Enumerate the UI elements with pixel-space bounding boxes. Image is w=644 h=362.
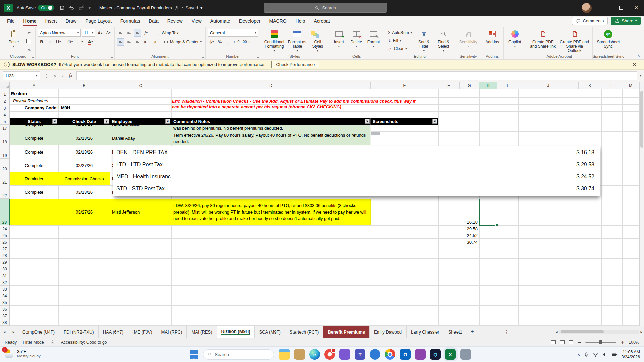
check-performance-button[interactable]: Check Performance	[271, 61, 319, 68]
create-pdf-share-outlook-button[interactable]: Create PDF and Share via Outlook	[559, 28, 590, 53]
ribbon-tab[interactable]: Draw	[61, 16, 81, 26]
cell-C17-employee[interactable]: Kate Bernstein	[110, 125, 171, 131]
row-header[interactable]: 37	[0, 312, 10, 319]
ribbon-tab[interactable]: Review	[163, 16, 187, 26]
ribbon-tab[interactable]: Acrobat	[309, 16, 334, 26]
row-header[interactable]: 38	[0, 319, 10, 326]
bold-button[interactable]: B	[38, 38, 45, 46]
row-header[interactable]: 1	[0, 89, 10, 97]
teams-icon[interactable]: T	[355, 349, 365, 360]
format-as-table-button[interactable]: Format as Table ▾	[287, 28, 307, 53]
sheet-tab[interactable]: Emily Dawood	[370, 326, 407, 338]
cell-B3-company-code[interactable]: M9H	[58, 104, 110, 111]
formula-input[interactable]	[76, 71, 637, 80]
cell-C23-employee[interactable]: Misti Jefferson	[110, 199, 171, 225]
format-painter-button[interactable]: ✎	[25, 46, 33, 54]
column-header[interactable]: F	[438, 82, 460, 89]
merge-center-button[interactable]: Merge & Center▾	[162, 38, 203, 46]
cell-A19-status[interactable]: Complete	[10, 145, 58, 159]
select-all-corner[interactable]	[0, 82, 10, 89]
redo-icon[interactable]	[78, 5, 84, 11]
font-size-combo[interactable]: 11▾	[82, 29, 95, 37]
sheet-tab[interactable]: FDI (NR2-TXU)	[59, 326, 99, 338]
selected-cell-H23[interactable]	[479, 199, 497, 226]
column-header[interactable]: L	[601, 82, 622, 89]
cell-value[interactable]: 24.52	[460, 232, 479, 239]
row-header[interactable]: 35	[0, 299, 10, 306]
sheet-tab[interactable]: SCA (M9F)	[255, 326, 285, 338]
row-header[interactable]: 2	[0, 97, 10, 104]
cell-B23-date[interactable]: 03/27/26	[58, 199, 110, 225]
name-box-resize-icon[interactable]: ⋮	[44, 73, 49, 78]
cell-D2-red-note[interactable]: Eric Waidelich - Commission Checks - Use…	[172, 98, 434, 110]
ribbon-tab[interactable]: Data	[144, 16, 163, 26]
conditional-formatting-button[interactable]: Conditional Formatting ▾	[263, 28, 285, 53]
addins-button[interactable]: Add-ins	[484, 28, 501, 44]
new-sheet-button[interactable]: +	[467, 326, 478, 338]
row-header[interactable]: 4	[0, 111, 10, 118]
filter-button-employee[interactable]: ▼	[165, 119, 170, 124]
sensitivity-button[interactable]: Sensitivity ▾	[458, 28, 479, 49]
row-header[interactable]: 31	[0, 272, 10, 279]
restore-button[interactable]	[613, 0, 629, 16]
font-dialog-launcher[interactable]	[111, 55, 113, 58]
row-header[interactable]: 30	[0, 265, 10, 272]
row-header[interactable]: 23	[0, 199, 10, 225]
delete-cells-button[interactable]: × Delete ▾	[348, 28, 364, 49]
grid[interactable]: 1234517181920212223242526272829303132333…	[0, 89, 644, 326]
filter-button-comments[interactable]: ▼	[365, 119, 370, 124]
battery-icon[interactable]	[611, 352, 618, 358]
cell-A23-status[interactable]	[10, 199, 58, 225]
middle-align-button[interactable]	[125, 29, 133, 37]
accessibility-status[interactable]: Accessibility: Good to go	[61, 340, 107, 345]
cut-button[interactable]: ✂	[25, 29, 33, 36]
cell-A20-status[interactable]: Complete	[10, 159, 58, 172]
hscroll-right-icon[interactable]: ▸	[640, 330, 642, 334]
row-header[interactable]: 26	[0, 239, 10, 245]
ribbon-tab[interactable]: Developer	[235, 16, 265, 26]
number-format-combo[interactable]: General▾	[208, 29, 258, 37]
horizontal-scrollbar-thumb[interactable]	[561, 330, 604, 333]
page-layout-view-button[interactable]	[560, 340, 565, 344]
decrease-decimal-button[interactable]: .00→	[241, 38, 250, 46]
cell-A18-status[interactable]: Complete	[10, 131, 58, 145]
ribbon-tab[interactable]: File	[3, 16, 19, 26]
row-header[interactable]: 19	[0, 145, 10, 159]
copy-button[interactable]	[25, 38, 33, 45]
underline-button[interactable]: U▾	[55, 38, 62, 46]
sheet-nav-left-icon[interactable]: ◂	[0, 326, 9, 338]
header-comments[interactable]: Comments/ Notes▼	[171, 118, 371, 125]
excel-logo-icon[interactable]: X	[4, 4, 13, 12]
minimize-button[interactable]	[598, 0, 613, 16]
comma-button[interactable]: ,	[225, 38, 232, 46]
ribbon-tab[interactable]: Insert	[41, 16, 61, 26]
fill-color-button[interactable]: ▾	[78, 38, 86, 46]
column-header[interactable]: D	[171, 82, 371, 89]
align-left-button[interactable]	[117, 38, 124, 46]
notification-close-icon[interactable]: ✕	[632, 62, 640, 68]
formula-bar-expand-icon[interactable]: ▾	[640, 74, 641, 77]
column-header[interactable]: B	[58, 82, 110, 89]
header-screenshots[interactable]: Screenshots▼	[371, 118, 438, 125]
row-header[interactable]: 21	[0, 172, 10, 185]
font-name-combo[interactable]: Aptos Narrow▾	[38, 29, 81, 37]
sheet-tab[interactable]: HAA (6Y7)	[99, 326, 128, 338]
app-tan-icon[interactable]	[294, 349, 305, 360]
sheet-tab[interactable]: MAI (RPC)	[157, 326, 187, 338]
cell-D23-comment[interactable]: LDW: 3/20/26, pay 80 regular hours, payo…	[171, 199, 371, 225]
close-button[interactable]: ×	[629, 0, 644, 16]
sheet-tab[interactable]: Startech (PCT)	[285, 326, 324, 338]
header-employee[interactable]: Employee▼	[110, 118, 171, 125]
zoom-out-button[interactable]: −	[577, 339, 582, 345]
copilot-button[interactable]: Copilot ▾	[506, 28, 524, 49]
collapse-ribbon-icon[interactable]: ∧	[637, 53, 640, 58]
header-check-date[interactable]: Check Date▼	[58, 118, 110, 125]
italic-button[interactable]: I	[46, 38, 54, 46]
app-q-icon[interactable]: Q	[430, 349, 441, 360]
edge-browser-icon[interactable]: e	[309, 349, 320, 360]
filter-button-screenshots[interactable]: ▼	[432, 119, 437, 124]
excel-icon[interactable]: X	[445, 349, 456, 360]
insert-cells-button[interactable]: + Insert ▾	[331, 28, 347, 49]
undo-icon[interactable]	[69, 5, 74, 11]
column-header[interactable]: E	[371, 82, 438, 89]
